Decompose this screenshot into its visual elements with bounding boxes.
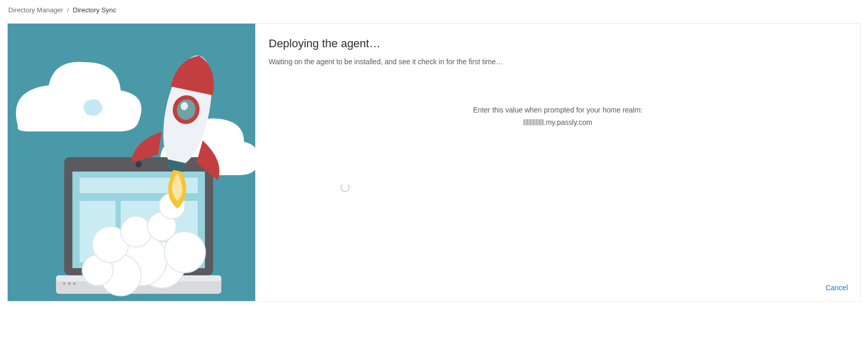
panel-title: Deploying the agent… — [269, 37, 847, 50]
realm-block: Enter this value when prompted for your … — [269, 106, 847, 126]
realm-suffix: .my.passly.com — [544, 118, 592, 126]
loading-spinner-icon — [341, 183, 350, 192]
realm-value: .my.passly.com — [269, 118, 847, 126]
panel-subtitle: Waiting on the agent to be installed, an… — [269, 58, 847, 66]
svg-point-11 — [73, 283, 76, 285]
svg-point-10 — [68, 283, 71, 285]
breadcrumb: Directory Manager / Directory Sync — [7, 0, 861, 23]
footer-actions: Cancel — [822, 281, 851, 294]
svg-point-18 — [121, 216, 152, 247]
deploy-content: Deploying the agent… Waiting on the agen… — [255, 24, 860, 301]
cancel-button[interactable]: Cancel — [822, 281, 851, 294]
realm-prompt: Enter this value when prompted for your … — [269, 106, 847, 114]
spinner-container — [269, 126, 847, 274]
breadcrumb-parent[interactable]: Directory Manager — [8, 6, 63, 14]
realm-subdomain-redacted — [523, 119, 544, 125]
rocket-laptop-illustration — [8, 24, 255, 301]
breadcrumb-current: Directory Sync — [73, 6, 117, 14]
breadcrumb-separator: / — [65, 6, 71, 14]
svg-point-9 — [63, 283, 66, 285]
svg-point-2 — [136, 161, 142, 167]
deploy-agent-card: Deploying the agent… Waiting on the agen… — [7, 23, 861, 302]
